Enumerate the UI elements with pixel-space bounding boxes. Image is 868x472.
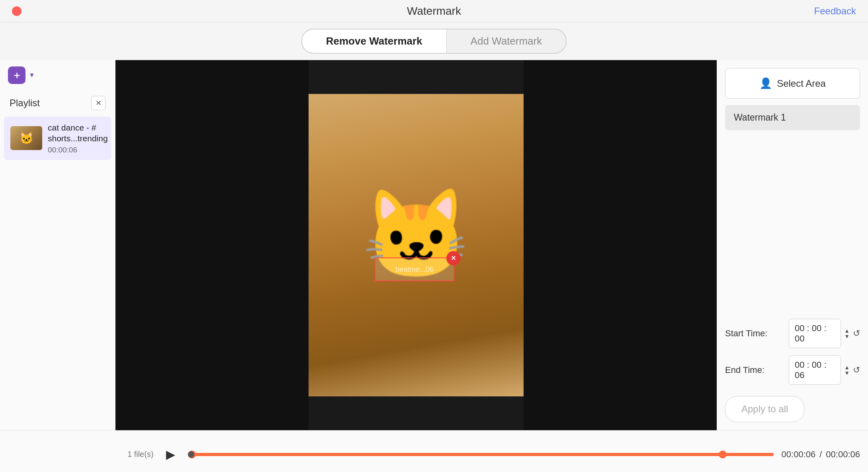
apply-all-button[interactable]: Apply to all (725, 396, 804, 422)
tab-bar: Remove Watermark Add Watermark (0, 22, 868, 60)
video-background: 🐱 beatme...06 × (309, 94, 524, 396)
playlist-item-name: cat dance - # shorts...trending (48, 122, 108, 144)
playlist-label: Playlist (10, 98, 40, 109)
progress-row: 1 file(s) ▶ 00:00:06 / 00:00:06 (123, 445, 860, 464)
person-icon: 👤 (759, 77, 772, 90)
end-time-input[interactable]: 00 : 00 : 06 (789, 355, 841, 385)
time-display: 00:00:06 / 00:00:06 (782, 449, 860, 460)
playlist-item-duration: 00:00:06 (48, 146, 108, 154)
end-time-row: End Time: 00 : 00 : 06 ▲ ▼ ↺ (725, 355, 860, 385)
tab-add-watermark[interactable]: Add Watermark (446, 29, 567, 54)
feedback-link[interactable]: Feedback (814, 6, 856, 17)
current-time: 00:00:06 (782, 449, 816, 460)
start-time-down-arrow[interactable]: ▼ (844, 334, 850, 339)
start-time-value: 00 : 00 : 00 (795, 323, 835, 344)
watermark-item-label: Watermark 1 (725, 105, 860, 130)
sidebar: ＋ ▼ Playlist ✕ 🐱 cat dance - # shorts...… (0, 60, 115, 430)
watermark-close-button[interactable]: × (446, 251, 461, 265)
chevron-down-icon: ▼ (29, 72, 35, 79)
start-time-row: Start Time: 00 : 00 : 00 ▲ ▼ ↺ (725, 319, 860, 348)
start-time-reset-icon[interactable]: ↺ (853, 328, 860, 339)
watermark-text: beatme...06 (395, 265, 433, 273)
progress-bar[interactable] (188, 453, 774, 456)
titlebar: Watermark Feedback (0, 0, 868, 22)
start-time-label: Start Time: (725, 328, 789, 339)
select-area-button[interactable]: 👤 Select Area (725, 68, 860, 99)
playlist-thumbnail: 🐱 (10, 126, 42, 150)
end-time-up-arrow[interactable]: ▲ (844, 365, 850, 370)
add-icon: ＋ (8, 66, 25, 84)
end-time-label: End Time: (725, 365, 789, 375)
end-time-down-arrow[interactable]: ▼ (844, 370, 850, 376)
total-time: 00:00:06 (826, 449, 860, 460)
end-time-reset-icon[interactable]: ↺ (853, 365, 860, 375)
playlist-item-info: cat dance - # shorts...trending 00:00:06 (48, 122, 108, 154)
main-layout: ＋ ▼ Playlist ✕ 🐱 cat dance - # shorts...… (0, 60, 868, 430)
right-panel: 👤 Select Area Watermark 1 Start Time: 00… (717, 60, 868, 430)
files-count: 1 file(s) (127, 450, 154, 459)
end-time-value: 00 : 00 : 06 (795, 360, 835, 380)
start-time-arrows[interactable]: ▲ ▼ (844, 328, 850, 339)
video-area: 🐱 beatme...06 × (115, 60, 717, 430)
add-btn-area: ＋ ▼ (0, 60, 115, 88)
close-button[interactable] (12, 6, 22, 16)
thumb-inner: 🐱 (10, 126, 42, 150)
spacer (725, 138, 860, 319)
tab-remove-watermark[interactable]: Remove Watermark (301, 29, 446, 54)
progress-current-thumb[interactable] (188, 451, 194, 458)
playlist-item[interactable]: 🐱 cat dance - # shorts...trending 00:00:… (4, 117, 111, 160)
app-title: Watermark (407, 5, 461, 18)
select-area-label: Select Area (777, 78, 826, 89)
black-side-right (524, 60, 717, 430)
progress-end-thumb[interactable] (719, 451, 727, 458)
add-new-file-button[interactable]: ＋ ▼ (8, 66, 35, 84)
watermark-selection-box[interactable]: beatme...06 × (375, 257, 454, 281)
playlist-header: Playlist ✕ (0, 88, 115, 117)
play-button[interactable]: ▶ (162, 445, 180, 464)
bottom-controls: 1 file(s) ▶ 00:00:06 / 00:00:06 (0, 430, 868, 472)
playlist-clear-button[interactable]: ✕ (91, 96, 106, 110)
thumb-cat-icon: 🐱 (20, 132, 33, 145)
start-time-up-arrow[interactable]: ▲ (844, 328, 850, 334)
time-separator: / (819, 449, 822, 460)
progress-fill (188, 453, 774, 456)
start-time-input[interactable]: 00 : 00 : 00 (789, 319, 841, 348)
end-time-arrows[interactable]: ▲ ▼ (844, 365, 850, 376)
